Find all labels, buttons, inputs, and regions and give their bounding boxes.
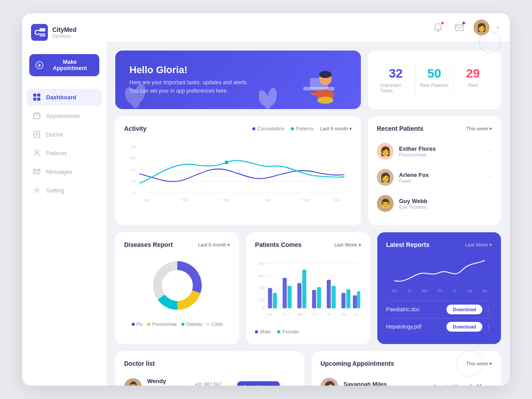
patients-comes-title: Patients Comes (255, 241, 301, 248)
svg-rect-63 (283, 278, 287, 308)
patient-avatar-esther: 👩 (377, 143, 394, 160)
stats-card: 32 Important Tasks 50 New Patients 29 Al… (368, 51, 501, 109)
hero-banner: Hello Gloria! Here are your important ta… (115, 51, 361, 109)
stat-value-patients: 50 (427, 66, 441, 81)
sidebar-item-setting[interactable]: Setting (27, 182, 102, 199)
svg-text:Jun: Jun (334, 198, 340, 202)
patient-row-arlene: 👩 Arlene Fox Faver ··· (377, 164, 492, 191)
app-container: C CityMed Danbury + Make Appointment (22, 13, 510, 386)
upcoming-appt-filter[interactable]: This week ▾ (466, 361, 492, 367)
donut-chart-svg (146, 254, 208, 317)
stat-new-patients: 50 New Patients (415, 59, 454, 100)
svg-text:60: 60 (131, 156, 136, 160)
recent-patients-card: Recent Patients This week ▾ 👩 Esther Flo… (368, 116, 501, 225)
sidebar-item-patients[interactable]: Patients (27, 145, 102, 161)
diseases-header: Diseases Report Last 6 month ▾ (124, 241, 230, 248)
svg-rect-64 (288, 286, 292, 309)
notification-button[interactable] (431, 20, 445, 35)
doctor-list-title: Doctor list (124, 360, 155, 367)
logo-icon: C (31, 24, 48, 41)
appointments-icon (33, 112, 41, 120)
doctor-more-wendy[interactable]: ··· (289, 383, 296, 386)
topbar-chevron[interactable]: ▾ (497, 25, 499, 31)
svg-rect-5 (37, 94, 40, 97)
report-more-paediatric[interactable]: ⋮ (485, 305, 492, 314)
sidebar: C CityMed Danbury + Make Appointment (22, 13, 106, 386)
consultation-dot (252, 127, 255, 130)
doctor-appointment-button[interactable]: Appointment (237, 381, 280, 386)
appt-x-icon[interactable]: ✕ (476, 382, 482, 386)
download-hepatology-button[interactable]: Download (446, 322, 482, 332)
report-row-paediatric: Paediatric.doc Download ⋮ (386, 301, 492, 318)
svg-text:Mo: Mo (268, 313, 273, 317)
svg-text:0: 0 (263, 306, 265, 310)
svg-text:400: 400 (259, 262, 265, 266)
latest-reports-filter[interactable]: Last Week ▾ (465, 242, 492, 248)
recent-patients-title: Recent Patients (377, 125, 423, 132)
svg-text:Sa: Sa (342, 313, 347, 317)
stat-label-patients: New Patients (420, 82, 449, 88)
patient-avatar-guy: 👨 (377, 195, 394, 212)
activity-legend: Consultation Patients Last 6 month ▾ (252, 126, 352, 132)
appt-check-icon[interactable]: ✓ (466, 382, 473, 386)
appt-row-savannah: 👩 Savannah Miles Flu Female 50y ✓ ✕ (321, 373, 492, 386)
svg-rect-73 (353, 295, 357, 308)
activity-card: Activity Consultation Patients Last 6 mo… (115, 116, 361, 225)
patient-more-guy[interactable]: ··· (485, 200, 492, 207)
sidebar-dashboard-label: Dashboard (46, 94, 76, 101)
svg-text:Apr: Apr (266, 198, 271, 202)
nav-items: Dashboard Appoinments (22, 89, 106, 199)
svg-point-32 (264, 96, 271, 109)
svg-rect-66 (302, 270, 306, 308)
patient-more-arlene[interactable]: ··· (485, 173, 492, 181)
legend-male: Male (255, 329, 271, 334)
report-more-hepatology[interactable]: ⋮ (485, 323, 492, 331)
sidebar-item-doctor[interactable]: Doctor (27, 126, 102, 143)
appt-actions-savannah: ✓ ✕ ··· (466, 382, 492, 386)
download-paediatric-button[interactable]: Download (446, 305, 482, 314)
sidebar-item-messages[interactable]: Messages (27, 163, 102, 180)
svg-point-17 (36, 189, 38, 192)
svg-rect-72 (347, 289, 351, 308)
svg-rect-7 (37, 98, 40, 101)
legend-female: Female (277, 329, 299, 334)
sidebar-setting-label: Setting (46, 187, 64, 194)
patients-comes-filter[interactable]: Last Week ▾ (334, 242, 361, 248)
activity-header: Activity Consultation Patients Last 6 mo… (124, 125, 352, 132)
dashboard-icon (33, 93, 41, 101)
svg-point-18 (34, 188, 40, 193)
svg-text:40: 40 (131, 168, 136, 172)
svg-rect-67 (312, 290, 316, 308)
make-appointment-button[interactable]: + Make Appointment (29, 54, 99, 76)
svg-point-50 (162, 270, 193, 301)
doctor-list-header: Doctor list (124, 360, 296, 367)
svg-rect-74 (357, 291, 360, 309)
appt-more-savannah[interactable]: ··· (485, 383, 492, 386)
sidebar-item-appointments[interactable]: Appoinments (27, 107, 102, 124)
svg-text:Feb: Feb (182, 198, 188, 202)
legend-consultation: Consultation (252, 126, 285, 131)
svg-text:300: 300 (259, 274, 265, 278)
svg-text:100: 100 (259, 298, 265, 302)
sidebar-appointments-label: Appoinments (46, 113, 80, 119)
svg-text:Th: Th (313, 313, 317, 317)
patients-icon (33, 149, 41, 157)
plus-icon: + (35, 61, 43, 69)
diseases-title: Diseases Report (124, 241, 173, 248)
content-area: Hello Gloria! Here are your important ta… (106, 42, 510, 386)
doctor-list-card: Doctor list 👨‍⚕️ Wendy Watson Dentist Ma… (115, 351, 305, 386)
doctor-gender-wendy: Male (173, 384, 184, 386)
svg-text:Sa: Sa (467, 289, 472, 293)
mail-button[interactable] (452, 20, 466, 35)
svg-text:20: 20 (131, 179, 136, 184)
report-filename-paediatric: Paediatric.doc (386, 306, 420, 313)
app-subtitle: Danbury (52, 33, 76, 39)
activity-filter[interactable]: Last 6 month ▾ (320, 126, 352, 132)
patient-more-esther[interactable]: ··· (485, 147, 492, 155)
sidebar-item-dashboard[interactable]: Dashboard (27, 89, 102, 106)
diseases-filter[interactable]: Last 6 month ▾ (198, 242, 231, 248)
recent-patients-filter[interactable]: This week ▾ (466, 126, 492, 132)
recent-patients-header: Recent Patients This week ▾ (377, 125, 492, 132)
stat-important-tasks: 32 Important Tasks (377, 59, 415, 100)
user-avatar-top[interactable]: 👩 (473, 20, 489, 35)
